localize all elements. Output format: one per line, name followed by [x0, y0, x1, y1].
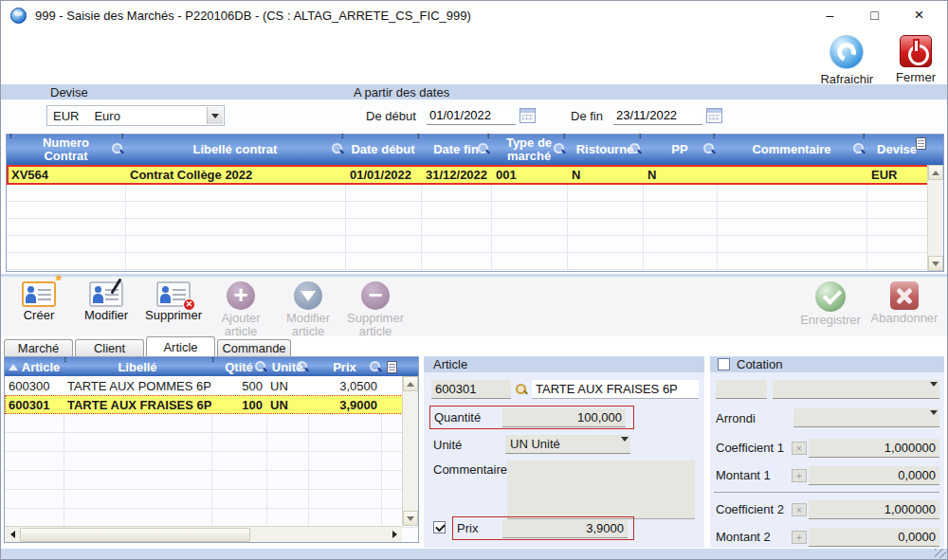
cotation-checkbox[interactable] — [718, 358, 730, 370]
tab-client[interactable]: Client — [75, 339, 144, 356]
prix-input[interactable] — [502, 519, 628, 538]
commentaire-textarea[interactable] — [507, 461, 695, 519]
close-button[interactable]: × — [897, 1, 941, 29]
cotation-select[interactable] — [773, 380, 939, 399]
tab-article[interactable]: Article — [146, 336, 215, 356]
down-circle-icon — [294, 281, 322, 310]
cotation-code-input[interactable] — [716, 380, 767, 399]
article-form-panel: Article Quantité Unité UN Unité Commenta… — [424, 356, 704, 549]
search-icon[interactable] — [255, 361, 266, 372]
montant2-input[interactable] — [809, 528, 939, 547]
devise-select[interactable]: EUR Euro — [46, 105, 225, 126]
cell-pp: N — [643, 168, 717, 182]
search-icon[interactable] — [370, 361, 381, 372]
refresh-button[interactable]: Rafraichir — [820, 35, 873, 86]
chevron-down-icon — [930, 415, 938, 429]
multiply-icon: × — [792, 442, 807, 455]
scroll-up-icon[interactable] — [928, 165, 943, 180]
article-code-input[interactable] — [431, 380, 511, 399]
fermer-button[interactable]: Fermer — [896, 35, 936, 86]
grid-icon[interactable] — [916, 137, 926, 150]
modifier-article-button[interactable]: Modifier article — [278, 281, 338, 339]
supprimer-button[interactable]: Supprimer — [143, 281, 204, 339]
column-header-options[interactable] — [381, 357, 402, 376]
cell-qtite: 500 — [211, 379, 266, 393]
sort-icon: ↕ — [486, 132, 491, 140]
search-icon[interactable] — [516, 384, 527, 395]
search-icon[interactable] — [478, 143, 489, 154]
column-header-pp[interactable]: ↕ PP — [643, 135, 717, 165]
commentaire-label: Commentaire — [433, 462, 507, 477]
scroll-down-icon[interactable] — [928, 256, 943, 271]
creer-button[interactable]: * Créer — [9, 281, 69, 339]
column-header-prix[interactable]: Prix — [308, 357, 381, 376]
montant1-label: Montant 1 — [716, 468, 771, 482]
search-icon[interactable] — [629, 143, 641, 154]
arrondi-select[interactable] — [793, 408, 939, 427]
search-icon[interactable] — [297, 361, 308, 372]
search-icon[interactable] — [332, 143, 343, 154]
column-header-commentaire[interactable]: ↕ Commentaire — [717, 135, 866, 165]
enregistrer-button[interactable]: Enregistrer — [795, 281, 866, 327]
search-icon[interactable] — [853, 143, 865, 154]
article-row-selected[interactable]: 600301 TARTE AUX FRAISES 6P 100 UN 3,900… — [5, 395, 418, 414]
search-icon[interactable] — [703, 143, 715, 154]
maximize-button[interactable]: □ — [852, 1, 897, 29]
column-header-article[interactable]: Article ↕ — [5, 357, 64, 376]
column-header-date-debut[interactable]: ↕ Date début — [345, 135, 421, 165]
column-header-libelle[interactable]: Libellé ↕ — [64, 357, 211, 376]
horizontal-scrollbar[interactable] — [5, 526, 402, 542]
modifier-button[interactable]: Modifier — [76, 281, 137, 339]
column-header-numero-contrat[interactable]: ↕ Numero Contrat — [7, 135, 125, 165]
scrollbar-thumb[interactable] — [20, 528, 250, 542]
montant1-input[interactable] — [809, 466, 939, 485]
scroll-left-icon[interactable] — [5, 527, 20, 542]
calendar-icon[interactable] — [706, 108, 722, 123]
cell-ristourne: N — [567, 168, 643, 182]
minimize-button[interactable]: – — [808, 1, 852, 29]
contracts-table-empty-area — [7, 185, 943, 271]
montant2-label: Montant 2 — [716, 530, 771, 544]
quantite-input[interactable] — [502, 408, 626, 427]
column-header-unite[interactable]: Unité — [266, 357, 308, 376]
minus-circle-icon: − — [361, 281, 390, 310]
scroll-right-icon[interactable] — [387, 527, 402, 542]
vertical-scrollbar[interactable] — [402, 376, 418, 526]
date-start-input[interactable] — [427, 106, 516, 125]
supprimer-article-button[interactable]: − Supprimer article — [345, 281, 406, 339]
sort-icon: ↕ — [120, 132, 125, 140]
new-star-icon: * — [55, 273, 62, 291]
prix-checkbox[interactable] — [433, 521, 446, 533]
column-header-type-marche[interactable]: ↕ Type de marché — [491, 135, 567, 165]
unite-select[interactable]: UN Unité — [505, 435, 630, 454]
article-row[interactable]: 600300 TARTE AUX POMMES 6P 500 UN 3,0500 — [5, 376, 418, 395]
resize-grip[interactable] — [935, 549, 946, 558]
tab-commande[interactable]: Commande — [217, 339, 291, 356]
cell-libelle: TARTE AUX FRAISES 6P — [64, 398, 211, 412]
grid-icon[interactable] — [387, 361, 397, 373]
column-header-libelle-contrat[interactable]: ↕ Libellé contrat — [125, 135, 345, 165]
articles-table: Article ↕ Libellé ↕ Qtité Unité Prix — [4, 356, 419, 543]
abandonner-button[interactable]: Abandonner — [869, 281, 939, 327]
scroll-up-icon[interactable] — [403, 376, 418, 391]
add-circle-icon: + — [227, 281, 255, 310]
calendar-icon[interactable] — [520, 108, 536, 123]
chevron-down-icon[interactable] — [207, 107, 223, 124]
column-header-devise[interactable]: ↕ Devise — [866, 135, 927, 165]
pen-icon — [110, 279, 121, 295]
column-header-qtite[interactable]: Qtité — [211, 357, 266, 376]
column-header-ristourne[interactable]: ↕ Ristourne — [567, 135, 643, 165]
search-icon[interactable] — [112, 143, 123, 154]
coefficient1-input[interactable] — [809, 439, 939, 458]
coefficient2-input[interactable] — [809, 500, 939, 519]
ajouter-article-button[interactable]: + Ajouter article — [210, 281, 271, 339]
vertical-scrollbar[interactable] — [927, 165, 943, 271]
date-end-input[interactable] — [613, 106, 702, 125]
sort-asc-icon — [9, 364, 18, 370]
coefficient1-label: Coefficient 1 — [716, 441, 784, 455]
column-header-date-fin[interactable]: ↕ Date fin — [421, 135, 491, 165]
search-icon[interactable] — [554, 143, 565, 154]
contract-row[interactable]: XV564 Contrat Collège 2022 01/01/2022 31… — [7, 165, 943, 185]
article-designation-input[interactable] — [532, 380, 699, 399]
scroll-down-icon[interactable] — [403, 511, 418, 526]
